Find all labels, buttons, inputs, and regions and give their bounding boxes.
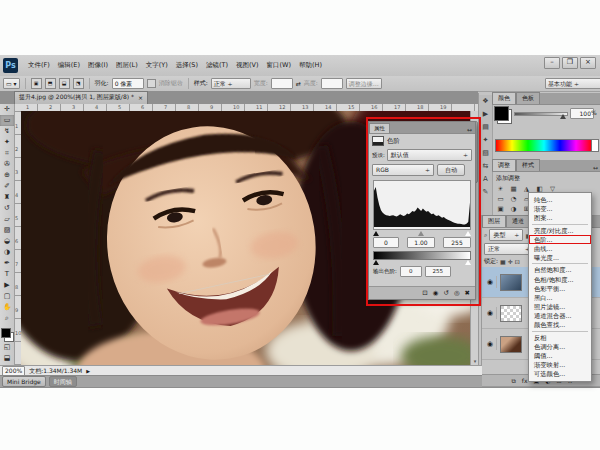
menu-item-纯色[interactable]: 纯色... <box>529 195 591 204</box>
menu-item-色彩平衡[interactable]: 色彩平衡... <box>529 284 591 293</box>
subtract-selection-icon[interactable]: ⬓ <box>59 78 70 89</box>
tool-path-selection[interactable]: ▶ <box>0 280 14 291</box>
auto-button[interactable]: 自动 <box>437 164 465 176</box>
menu-view[interactable]: 视图(V) <box>232 59 263 72</box>
tool-move[interactable]: ✛ <box>0 104 14 115</box>
menu-item-渐变映射[interactable]: 渐变映射... <box>529 360 591 369</box>
visibility-eye-icon[interactable]: ◉ <box>484 307 497 319</box>
collapsed-panel-8-icon[interactable]: ✎ <box>479 186 492 199</box>
tool-brush[interactable]: ✐ <box>0 181 14 192</box>
collapse-icon[interactable]: ↔ <box>467 126 472 133</box>
collapsed-panel-2-icon[interactable]: ▶ <box>479 108 492 121</box>
menu-type[interactable]: 文字(Y) <box>142 59 172 72</box>
tool-lasso[interactable]: ↯ <box>0 126 14 137</box>
foreground-color-swatch[interactable] <box>1 328 11 338</box>
preset-select[interactable]: 默认值 ÷ <box>387 149 472 161</box>
menu-file[interactable]: 文件(F) <box>24 59 54 72</box>
menu-item-色阶[interactable]: 色阶... <box>529 235 591 244</box>
output-white-slider[interactable] <box>465 260 471 265</box>
clip-to-layer-icon[interactable]: ⊡ <box>422 289 427 297</box>
timeline-button[interactable]: 时间轴 <box>49 376 77 387</box>
collapsed-panel-6-icon[interactable]: ⇆ <box>479 160 492 173</box>
screen-mode-icon[interactable]: ⬓ <box>0 353 14 364</box>
menu-item-黑白[interactable]: 黑白... <box>529 293 591 302</box>
tool-zoom[interactable]: ⌕ <box>0 313 14 324</box>
restore-button[interactable]: ❐ <box>562 57 578 69</box>
white-chip[interactable] <box>591 139 599 152</box>
menu-item-颜色查找[interactable]: 颜色查找... <box>529 320 591 329</box>
close-button[interactable]: × <box>580 57 596 69</box>
status-flyout-icon[interactable]: ▶ <box>86 368 90 374</box>
feather-input[interactable]: 0 像素 <box>112 78 144 89</box>
menu-item-阈值[interactable]: 阈值... <box>529 351 591 360</box>
foreground-color-swatch[interactable] <box>494 106 509 121</box>
collapsed-panel-4-icon[interactable]: ✦ <box>479 134 492 147</box>
tool-rectangular-marquee[interactable]: ▭ <box>0 115 14 126</box>
tab-styles[interactable]: 样式 <box>516 159 540 171</box>
tool-shape[interactable]: ▢ <box>0 291 14 302</box>
channel-select[interactable]: RGB ÷ <box>372 164 434 176</box>
collapse-icon[interactable]: ↔ <box>593 164 598 171</box>
collapsed-panel-7-icon[interactable]: A <box>479 173 492 186</box>
white-point-slider[interactable] <box>465 231 471 236</box>
collapsed-panel-5-icon[interactable]: ▧ <box>479 147 492 160</box>
tool-spot-healing[interactable]: ⊕ <box>0 170 14 181</box>
tool-clone-stamp[interactable]: ♜ <box>0 192 14 203</box>
menu-item-亮度/对比度[interactable]: 亮度/对比度... <box>529 226 591 235</box>
gamma-slider[interactable] <box>418 231 424 236</box>
tool-history-brush[interactable]: ↺ <box>0 203 14 214</box>
collapsed-panel-1-icon[interactable]: ❖ <box>479 95 492 108</box>
tool-dodge[interactable]: ◑ <box>0 247 14 258</box>
tab-layers[interactable]: 图层 <box>482 215 506 227</box>
output-white-field[interactable]: 255 <box>425 266 451 277</box>
tool-eyedropper[interactable]: ✇ <box>0 159 14 170</box>
output-black-field[interactable]: 0 <box>400 266 422 277</box>
input-white-field[interactable]: 255 <box>443 237 471 248</box>
lock-icon-0[interactable]: ▦ <box>500 258 506 265</box>
height-input[interactable] <box>321 78 343 89</box>
adjustment-icon-5[interactable]: ▭ <box>494 194 507 204</box>
menu-help[interactable]: 帮助(H) <box>295 59 326 72</box>
black-point-slider[interactable] <box>373 231 379 236</box>
menu-item-渐变[interactable]: 渐变... <box>529 204 591 213</box>
collapsed-panel-3-icon[interactable]: ▤ <box>479 121 492 134</box>
tool-crop[interactable]: ⌗ <box>0 148 14 159</box>
tool-preset-picker[interactable]: ▭ ▾ <box>3 78 20 89</box>
view-previous-state-icon[interactable]: ◉ <box>433 289 439 297</box>
input-black-field[interactable]: 0 <box>373 237 399 248</box>
blend-mode-select[interactable]: 正常 ÷ <box>484 243 534 255</box>
tool-gradient[interactable]: ▨ <box>0 225 14 236</box>
menu-window[interactable]: 窗口(W) <box>263 59 296 72</box>
new-selection-icon[interactable]: ▣ <box>31 78 42 89</box>
add-selection-icon[interactable]: ⬒ <box>45 78 56 89</box>
tool-quick-selection[interactable]: ✦ <box>0 137 14 148</box>
tab-color[interactable]: 颜色 <box>492 92 516 104</box>
adjustment-icon-6[interactable]: ◔ <box>507 194 520 204</box>
mini-bridge-button[interactable]: Mini Bridge <box>2 376 46 387</box>
close-tab-icon[interactable]: × <box>138 94 143 101</box>
quick-mask-icon[interactable]: ◱ <box>0 342 14 353</box>
menu-item-可选颜色[interactable]: 可选颜色... <box>529 369 591 378</box>
tab-swatches[interactable]: 色板 <box>516 92 540 104</box>
layer-thumbnail-transparent[interactable] <box>500 305 522 322</box>
menu-item-曲线[interactable]: 曲线... <box>529 244 591 253</box>
layer-thumbnail-photo[interactable] <box>500 336 522 353</box>
input-gamma-field[interactable]: 1.00 <box>407 237 435 248</box>
antialias-checkbox[interactable] <box>147 79 156 88</box>
menu-item-通道混合器[interactable]: 通道混合器... <box>529 311 591 320</box>
tab-channels[interactable]: 通道 <box>506 215 530 227</box>
menu-filter[interactable]: 滤镜(T) <box>202 59 232 72</box>
tool-type[interactable]: T <box>0 269 14 280</box>
slider-knob[interactable] <box>560 114 566 119</box>
menu-select[interactable]: 选择(S) <box>172 59 202 72</box>
lock-icon-1[interactable]: ✛ <box>508 258 513 265</box>
workspace-select[interactable]: 基本功能 ÷ <box>545 78 600 89</box>
tool-pen[interactable]: ✒ <box>0 258 14 269</box>
layers-footer-icon-1[interactable]: fx <box>522 377 528 384</box>
filter-type-select[interactable]: 类型 ÷ <box>489 229 523 241</box>
style-select[interactable]: 正常 ÷ <box>211 78 251 89</box>
document-tab[interactable]: 提升4.jpg @ 200%(拷贝 1, 图层蒙版/8) * × <box>14 91 148 104</box>
menu-layer[interactable]: 图层(L) <box>112 59 142 72</box>
layers-footer-icon-0[interactable]: ⧉ <box>512 377 516 385</box>
tool-eraser[interactable]: ▱ <box>0 214 14 225</box>
